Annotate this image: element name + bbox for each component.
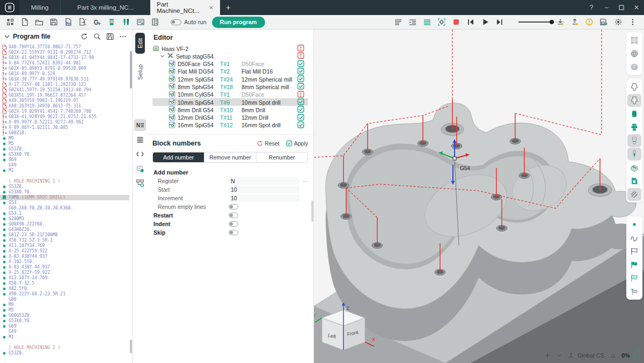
tree-row-tool[interactable]: G16mm Spot DrillG54T#1216mm Spot drill (152, 121, 308, 129)
gcode-line[interactable]: X82.5Y0. (0, 286, 129, 292)
gcode-line[interactable] (0, 340, 129, 345)
list-icon[interactable] (134, 134, 146, 146)
toggle-switch[interactable] (229, 230, 238, 235)
gcode-line[interactable]: X-25.422Y59.922 (0, 249, 129, 254)
gcode-line[interactable]: X-83.438Y-44.937 (0, 265, 129, 270)
code-icon[interactable] (134, 148, 146, 160)
gcode-line[interactable]: G54 (0, 200, 129, 206)
play-icon[interactable] (478, 16, 492, 28)
gear-select-icon[interactable] (434, 16, 449, 28)
gcode-line[interactable]: G53X0.Y0. (0, 318, 129, 324)
apps-grid-icon[interactable] (3, 16, 17, 28)
gcode-line[interactable]: M5 (0, 308, 129, 313)
program-scrollbar[interactable] (130, 51, 132, 89)
add-cs-icon[interactable] (544, 352, 551, 359)
flag-semi-icon[interactable] (627, 272, 641, 285)
block-numbers-icon[interactable]: N (134, 119, 146, 131)
gcode-line[interactable] (0, 173, 129, 179)
speed-slider[interactable] (518, 21, 552, 23)
tree-row-tool[interactable]: G8mm DrillG54T#108mm Drill (152, 106, 308, 113)
gcode-line[interactable]: G49 (0, 329, 129, 335)
toggle-switch[interactable] (229, 213, 238, 218)
coordinate-system-selector[interactable]: Global CS (567, 352, 604, 359)
gcode-line[interactable]: G53Z0. (0, 184, 129, 190)
gcode-line[interactable]: G00G53Z0. (0, 313, 129, 318)
gcode-line[interactable]: X40.263Y19.349I0.861J-75.311 (0, 104, 129, 109)
gcode-line[interactable]: G53X0.Y0. (0, 152, 129, 157)
gcode-line[interactable]: G81Z-23.5R-21F200M8 (0, 233, 129, 238)
gcode-line[interactable]: G02X-22.559Y37.913I-8.296J74.712 (0, 50, 129, 55)
refresh-icon[interactable] (79, 31, 90, 42)
tab-edit[interactable]: Edit (135, 33, 145, 54)
check-status-icon[interactable] (297, 121, 308, 129)
gcode-line[interactable]: G68.2X0.Y0.Z0.I0.J0.K360. (0, 206, 129, 211)
frame-select-icon[interactable] (134, 163, 146, 175)
error-status-icon[interactable] (297, 91, 308, 99)
gcode-line[interactable]: ( HOLE MACHINING 1 ) (0, 179, 129, 184)
tool-shank-icon[interactable] (627, 107, 641, 120)
gcode-line[interactable]: G69 (0, 157, 129, 163)
minimize-button[interactable]: – (599, 0, 614, 15)
trace-curve-icon[interactable] (627, 231, 641, 244)
gcode-line[interactable]: M9 (0, 302, 129, 308)
new-file-icon[interactable] (17, 16, 32, 28)
check-status-icon[interactable] (297, 60, 308, 68)
tree-row-tool[interactable]: G10mm Spot DrillG54T#910mm Spot drill (152, 98, 308, 106)
kebab-menu-icon[interactable] (625, 16, 640, 28)
gcode-line[interactable]: X50.Y32.5Z-3.5R-1 (0, 238, 129, 243)
gcode-line[interactable]: M1 (0, 335, 129, 340)
gcode-line[interactable]: G02X-19.029Y41.454I-7.748J69.786 (0, 109, 129, 114)
align-list-icon[interactable] (391, 16, 405, 28)
workpiece-vise-icon[interactable] (627, 161, 641, 174)
gcode-line[interactable]: X-84.772Y4.524I1.839J-44.981 (0, 61, 129, 66)
gcode-line[interactable]: G02X41.597Y-19.51I50.191J-48.794 (0, 88, 129, 93)
tool-stack-icon[interactable] (104, 16, 119, 28)
tools-pair-icon[interactable] (119, 16, 133, 28)
tree-row-tool[interactable]: G12mm DrillG54T#1112mm Drill (152, 114, 308, 121)
more-icon[interactable] (118, 31, 128, 42)
bell-icon[interactable] (609, 352, 617, 359)
align-indent-icon[interactable] (405, 16, 420, 28)
tree-row-tool[interactable]: GFlat Mill D16G54T#2Flat Mill D16 (152, 68, 308, 75)
field-value[interactable]: 10 (229, 186, 299, 193)
gcode-line[interactable]: M5 (0, 141, 129, 147)
gcode-line[interactable]: G01X-89.997Y-0.528 (0, 71, 129, 77)
reset-button[interactable]: Reset (257, 140, 279, 147)
gcode-line[interactable]: X-25.422Y-59.922 (0, 270, 129, 275)
new-tab-button[interactable]: + (220, 0, 236, 15)
tool-assembly-icon[interactable] (627, 121, 641, 134)
gcode-line[interactable]: G53.1 (0, 211, 129, 216)
save-icon[interactable] (46, 16, 61, 28)
bn-tab-add-number[interactable]: Add number (153, 153, 204, 162)
open-folder-icon[interactable] (32, 16, 46, 28)
gcode-line[interactable]: X-83.438Y44.937 (0, 254, 129, 259)
field-value[interactable]: 10 (229, 194, 299, 202)
gcode-line[interactable]: X40.798Y14.377I0.886J-71.757 (0, 45, 129, 50)
download-badge-icon[interactable] (553, 16, 567, 28)
check-status-icon[interactable] (297, 68, 308, 76)
gcode-line[interactable]: G00X98.222Y68. (0, 222, 129, 227)
bn-tab-renumber[interactable]: Renumber (257, 153, 308, 162)
check-status-icon[interactable] (297, 98, 308, 106)
apply-button[interactable]: Apply (286, 140, 308, 147)
gcode-line[interactable]: X13.107Y-34.769 (0, 275, 129, 281)
search-icon[interactable] (92, 31, 103, 42)
gcode-line[interactable]: M9 (0, 136, 129, 141)
gcode-line[interactable]: X-89.86Y-1.021I1.J0.005 (0, 125, 129, 130)
close-window-button[interactable]: ✕ (629, 0, 644, 15)
tab-part-machine[interactable]: Part Machine_NCt... ✕ (150, 0, 220, 15)
tab-part-3x-milling[interactable]: Part 3x milling_NC... (60, 0, 150, 15)
more-options-icon[interactable]: ⋯ (299, 178, 308, 184)
gcode-line[interactable]: ( HOLE MACHINING 2 ) (0, 345, 129, 351)
gcode-line[interactable]: X98.222Y-68.Z-23.5R-21 (0, 292, 129, 297)
gcode-line[interactable]: X49.305Y19.998I-1.196J19.97 (0, 98, 129, 104)
help-button[interactable]: ? (584, 0, 599, 15)
check-status-icon[interactable] (297, 83, 308, 91)
holder-wire-icon[interactable] (627, 81, 641, 93)
gcode-line[interactable]: G53X0.Y0. (0, 190, 129, 195)
gcode-line[interactable]: G02X-85.098Y3.879I-0.995J0.099 (0, 66, 129, 71)
gcode-line[interactable]: G03X-41.045Y44.984I-17.473J-17.98 (0, 55, 129, 61)
toggle-switch[interactable] (229, 221, 238, 227)
flag-outline-icon[interactable] (627, 245, 641, 258)
collapse-chevron-icon[interactable] (4, 34, 10, 39)
